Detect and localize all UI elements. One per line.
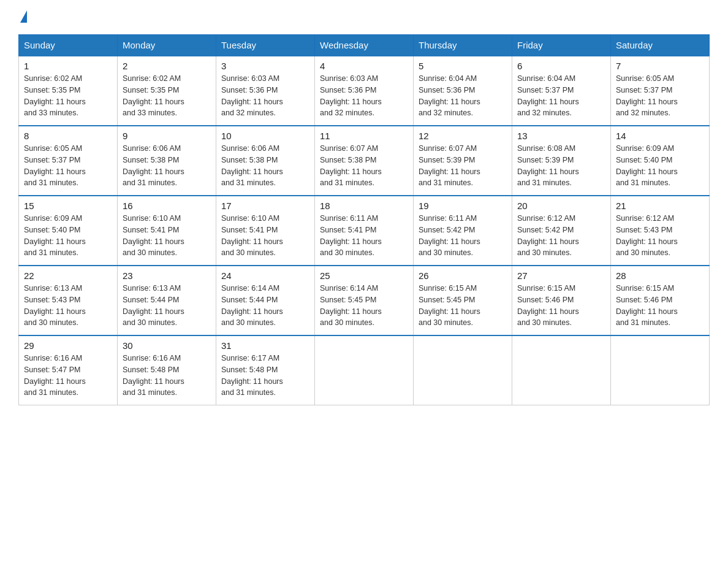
day-number: 11 bbox=[320, 131, 408, 141]
day-number: 10 bbox=[221, 131, 309, 141]
day-number: 19 bbox=[419, 201, 507, 211]
day-number: 21 bbox=[616, 201, 704, 211]
week-row-2: 8 Sunrise: 6:05 AMSunset: 5:37 PMDayligh… bbox=[19, 126, 710, 196]
day-info: Sunrise: 6:05 AMSunset: 5:37 PMDaylight:… bbox=[24, 143, 112, 189]
day-number: 23 bbox=[123, 270, 211, 281]
day-info: Sunrise: 6:06 AMSunset: 5:38 PMDaylight:… bbox=[221, 143, 309, 189]
day-number: 1 bbox=[24, 61, 112, 71]
header-cell-saturday: Saturday bbox=[611, 35, 710, 56]
day-cell: 13 Sunrise: 6:08 AMSunset: 5:39 PMDaylig… bbox=[512, 126, 611, 196]
day-cell: 19 Sunrise: 6:11 AMSunset: 5:42 PMDaylig… bbox=[414, 196, 512, 266]
calendar-table: SundayMondayTuesdayWednesdayThursdayFrid… bbox=[18, 34, 710, 405]
day-info: Sunrise: 6:05 AMSunset: 5:37 PMDaylight:… bbox=[616, 73, 704, 119]
logo-triangle-icon bbox=[20, 10, 27, 23]
day-number: 24 bbox=[221, 270, 309, 281]
day-number: 28 bbox=[616, 270, 704, 281]
day-info: Sunrise: 6:14 AMSunset: 5:45 PMDaylight:… bbox=[320, 283, 408, 329]
day-cell bbox=[315, 335, 414, 405]
day-info: Sunrise: 6:04 AMSunset: 5:37 PMDaylight:… bbox=[517, 73, 605, 119]
day-number: 15 bbox=[24, 201, 112, 211]
day-cell: 21 Sunrise: 6:12 AMSunset: 5:43 PMDaylig… bbox=[611, 196, 710, 266]
day-cell bbox=[611, 335, 710, 405]
day-number: 12 bbox=[419, 131, 507, 141]
day-cell: 7 Sunrise: 6:05 AMSunset: 5:37 PMDayligh… bbox=[611, 56, 710, 126]
day-number: 18 bbox=[320, 201, 408, 211]
day-cell: 8 Sunrise: 6:05 AMSunset: 5:37 PMDayligh… bbox=[19, 126, 118, 196]
week-row-5: 29 Sunrise: 6:16 AMSunset: 5:47 PMDaylig… bbox=[19, 335, 710, 405]
day-number: 4 bbox=[320, 61, 408, 71]
day-info: Sunrise: 6:16 AMSunset: 5:47 PMDaylight:… bbox=[24, 353, 112, 399]
header-cell-friday: Friday bbox=[512, 35, 611, 56]
day-cell: 12 Sunrise: 6:07 AMSunset: 5:39 PMDaylig… bbox=[414, 126, 512, 196]
day-number: 6 bbox=[517, 61, 605, 71]
day-cell: 14 Sunrise: 6:09 AMSunset: 5:40 PMDaylig… bbox=[611, 126, 710, 196]
day-info: Sunrise: 6:02 AMSunset: 5:35 PMDaylight:… bbox=[123, 73, 211, 119]
day-number: 27 bbox=[517, 270, 605, 281]
calendar-body: 1 Sunrise: 6:02 AMSunset: 5:35 PMDayligh… bbox=[19, 56, 710, 405]
day-cell: 5 Sunrise: 6:04 AMSunset: 5:36 PMDayligh… bbox=[414, 56, 512, 126]
day-number: 20 bbox=[517, 201, 605, 211]
day-cell: 18 Sunrise: 6:11 AMSunset: 5:41 PMDaylig… bbox=[315, 196, 414, 266]
day-cell: 10 Sunrise: 6:06 AMSunset: 5:38 PMDaylig… bbox=[216, 126, 315, 196]
day-cell: 30 Sunrise: 6:16 AMSunset: 5:48 PMDaylig… bbox=[118, 335, 216, 405]
day-cell: 1 Sunrise: 6:02 AMSunset: 5:35 PMDayligh… bbox=[19, 56, 118, 126]
day-cell bbox=[512, 335, 611, 405]
day-cell: 25 Sunrise: 6:14 AMSunset: 5:45 PMDaylig… bbox=[315, 266, 414, 335]
header-cell-tuesday: Tuesday bbox=[216, 35, 315, 56]
day-number: 14 bbox=[616, 131, 704, 141]
page-header bbox=[18, 12, 710, 25]
day-info: Sunrise: 6:13 AMSunset: 5:44 PMDaylight:… bbox=[123, 283, 211, 329]
day-cell: 11 Sunrise: 6:07 AMSunset: 5:38 PMDaylig… bbox=[315, 126, 414, 196]
day-info: Sunrise: 6:11 AMSunset: 5:42 PMDaylight:… bbox=[419, 213, 507, 259]
day-cell: 29 Sunrise: 6:16 AMSunset: 5:47 PMDaylig… bbox=[19, 335, 118, 405]
day-cell: 6 Sunrise: 6:04 AMSunset: 5:37 PMDayligh… bbox=[512, 56, 611, 126]
logo bbox=[18, 12, 27, 25]
header-cell-wednesday: Wednesday bbox=[315, 35, 414, 56]
day-number: 5 bbox=[419, 61, 507, 71]
day-number: 8 bbox=[24, 131, 112, 141]
day-info: Sunrise: 6:04 AMSunset: 5:36 PMDaylight:… bbox=[419, 73, 507, 119]
week-row-4: 22 Sunrise: 6:13 AMSunset: 5:43 PMDaylig… bbox=[19, 266, 710, 335]
day-info: Sunrise: 6:15 AMSunset: 5:46 PMDaylight:… bbox=[517, 283, 605, 329]
day-info: Sunrise: 6:17 AMSunset: 5:48 PMDaylight:… bbox=[221, 353, 309, 399]
day-info: Sunrise: 6:09 AMSunset: 5:40 PMDaylight:… bbox=[616, 143, 704, 189]
day-info: Sunrise: 6:12 AMSunset: 5:42 PMDaylight:… bbox=[517, 213, 605, 259]
day-number: 30 bbox=[123, 340, 211, 351]
day-cell: 17 Sunrise: 6:10 AMSunset: 5:41 PMDaylig… bbox=[216, 196, 315, 266]
day-cell: 9 Sunrise: 6:06 AMSunset: 5:38 PMDayligh… bbox=[118, 126, 216, 196]
day-cell bbox=[414, 335, 512, 405]
day-number: 17 bbox=[221, 201, 309, 211]
day-cell: 27 Sunrise: 6:15 AMSunset: 5:46 PMDaylig… bbox=[512, 266, 611, 335]
day-info: Sunrise: 6:12 AMSunset: 5:43 PMDaylight:… bbox=[616, 213, 704, 259]
day-info: Sunrise: 6:09 AMSunset: 5:40 PMDaylight:… bbox=[24, 213, 112, 259]
header-cell-sunday: Sunday bbox=[19, 35, 118, 56]
week-row-1: 1 Sunrise: 6:02 AMSunset: 5:35 PMDayligh… bbox=[19, 56, 710, 126]
day-number: 22 bbox=[24, 270, 112, 281]
header-cell-monday: Monday bbox=[118, 35, 216, 56]
day-cell: 28 Sunrise: 6:15 AMSunset: 5:46 PMDaylig… bbox=[611, 266, 710, 335]
day-info: Sunrise: 6:07 AMSunset: 5:38 PMDaylight:… bbox=[320, 143, 408, 189]
day-number: 16 bbox=[123, 201, 211, 211]
day-cell: 26 Sunrise: 6:15 AMSunset: 5:45 PMDaylig… bbox=[414, 266, 512, 335]
day-cell: 2 Sunrise: 6:02 AMSunset: 5:35 PMDayligh… bbox=[118, 56, 216, 126]
day-cell: 31 Sunrise: 6:17 AMSunset: 5:48 PMDaylig… bbox=[216, 335, 315, 405]
day-cell: 20 Sunrise: 6:12 AMSunset: 5:42 PMDaylig… bbox=[512, 196, 611, 266]
day-info: Sunrise: 6:14 AMSunset: 5:44 PMDaylight:… bbox=[221, 283, 309, 329]
day-info: Sunrise: 6:08 AMSunset: 5:39 PMDaylight:… bbox=[517, 143, 605, 189]
day-cell: 15 Sunrise: 6:09 AMSunset: 5:40 PMDaylig… bbox=[19, 196, 118, 266]
day-info: Sunrise: 6:02 AMSunset: 5:35 PMDaylight:… bbox=[24, 73, 112, 119]
day-cell: 24 Sunrise: 6:14 AMSunset: 5:44 PMDaylig… bbox=[216, 266, 315, 335]
day-cell: 23 Sunrise: 6:13 AMSunset: 5:44 PMDaylig… bbox=[118, 266, 216, 335]
week-row-3: 15 Sunrise: 6:09 AMSunset: 5:40 PMDaylig… bbox=[19, 196, 710, 266]
day-number: 13 bbox=[517, 131, 605, 141]
day-cell: 22 Sunrise: 6:13 AMSunset: 5:43 PMDaylig… bbox=[19, 266, 118, 335]
day-number: 3 bbox=[221, 61, 309, 71]
day-cell: 4 Sunrise: 6:03 AMSunset: 5:36 PMDayligh… bbox=[315, 56, 414, 126]
day-info: Sunrise: 6:03 AMSunset: 5:36 PMDaylight:… bbox=[320, 73, 408, 119]
day-number: 7 bbox=[616, 61, 704, 71]
day-info: Sunrise: 6:10 AMSunset: 5:41 PMDaylight:… bbox=[221, 213, 309, 259]
day-info: Sunrise: 6:15 AMSunset: 5:45 PMDaylight:… bbox=[419, 283, 507, 329]
day-info: Sunrise: 6:16 AMSunset: 5:48 PMDaylight:… bbox=[123, 353, 211, 399]
calendar-header: SundayMondayTuesdayWednesdayThursdayFrid… bbox=[19, 35, 710, 56]
day-info: Sunrise: 6:13 AMSunset: 5:43 PMDaylight:… bbox=[24, 283, 112, 329]
